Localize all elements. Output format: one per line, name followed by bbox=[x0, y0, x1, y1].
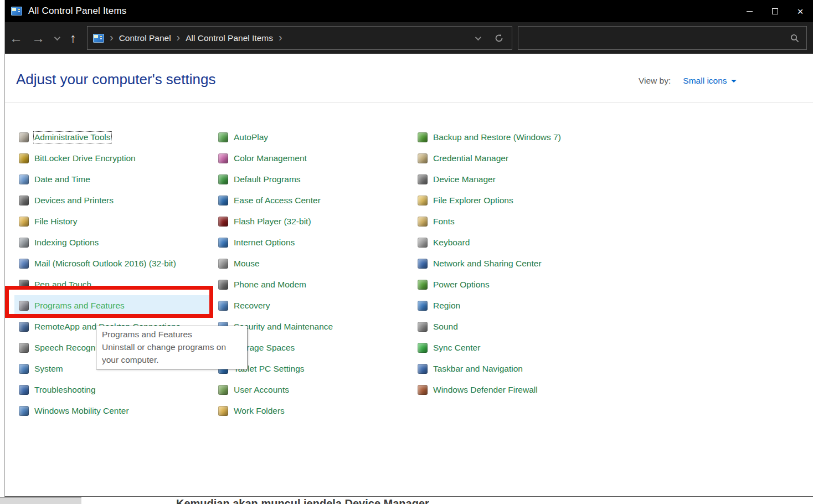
item-devices-and-printers[interactable]: Devices and Printers bbox=[14, 190, 209, 211]
item-keyboard[interactable]: Keyboard bbox=[413, 232, 635, 253]
devices-and-printers-icon bbox=[19, 196, 29, 205]
item-autoplay[interactable]: AutoPlay bbox=[214, 127, 409, 148]
item-label: Sound bbox=[433, 322, 458, 332]
item-mail-microsoft-outlook-2016-32-bit[interactable]: Mail (Microsoft Outlook 2016) (32-bit) bbox=[14, 253, 209, 274]
administrative-tools-icon bbox=[19, 132, 29, 142]
item-label: Administrative Tools bbox=[34, 132, 111, 142]
device-manager-icon bbox=[418, 174, 428, 184]
item-color-management[interactable]: Color Management bbox=[214, 148, 409, 169]
item-indexing-options[interactable]: Indexing Options bbox=[14, 232, 209, 253]
fonts-icon bbox=[418, 217, 428, 227]
item-label: Device Manager bbox=[433, 174, 496, 184]
address-bar[interactable]: › Control Panel › All Control Panel Item… bbox=[87, 26, 512, 50]
minimize-icon bbox=[747, 11, 753, 12]
item-network-and-sharing-center[interactable]: Network and Sharing Center bbox=[413, 253, 635, 274]
item-taskbar-and-navigation[interactable]: Taskbar and Navigation bbox=[413, 358, 635, 379]
item-label: Ease of Access Center bbox=[234, 196, 321, 205]
item-user-accounts[interactable]: User Accounts bbox=[214, 379, 409, 400]
header-divider bbox=[5, 102, 813, 103]
item-device-manager[interactable]: Device Manager bbox=[413, 169, 635, 190]
flash-player-icon bbox=[218, 217, 228, 227]
item-label: Windows Defender Firewall bbox=[433, 385, 538, 395]
close-icon: × bbox=[797, 6, 803, 17]
recent-locations-button[interactable] bbox=[49, 36, 64, 40]
refresh-button[interactable] bbox=[494, 33, 504, 43]
programs-and-features-icon bbox=[19, 301, 29, 311]
minimize-button[interactable] bbox=[737, 0, 762, 22]
item-label: File Explorer Options bbox=[433, 196, 513, 205]
item-windows-defender-firewall[interactable]: Windows Defender Firewall bbox=[413, 379, 635, 400]
item-administrative-tools[interactable]: Administrative Tools bbox=[14, 127, 209, 148]
item-sync-center[interactable]: Sync Center bbox=[413, 337, 635, 358]
address-dropdown-icon[interactable] bbox=[475, 34, 481, 40]
item-backup-and-restore-windows-7[interactable]: Backup and Restore (Windows 7) bbox=[413, 127, 635, 148]
screenshot-stage: All Control Panel Items × ← → ↑ › Contro… bbox=[0, 0, 813, 504]
item-windows-mobility-center[interactable]: Windows Mobility Center bbox=[14, 400, 209, 421]
item-phone-and-modem[interactable]: Phone and Modem bbox=[214, 274, 409, 295]
control-panel-window: All Control Panel Items × ← → ↑ › Contro… bbox=[4, 0, 813, 497]
title-bar: All Control Panel Items × bbox=[5, 0, 813, 22]
items-column-2: AutoPlayColor ManagementDefault Programs… bbox=[214, 127, 409, 421]
item-recovery[interactable]: Recovery bbox=[214, 295, 409, 316]
item-label: User Accounts bbox=[234, 385, 289, 395]
back-button[interactable]: ← bbox=[5, 30, 27, 46]
item-programs-and-features[interactable]: Programs and Features bbox=[14, 295, 209, 316]
tooltip-body-line2: your computer. bbox=[102, 353, 241, 366]
item-date-and-time[interactable]: Date and Time bbox=[14, 169, 209, 190]
view-by-caret-icon[interactable] bbox=[731, 80, 737, 83]
item-label: Troubleshooting bbox=[34, 385, 96, 395]
item-default-programs[interactable]: Default Programs bbox=[214, 169, 409, 190]
item-label: Network and Sharing Center bbox=[433, 259, 542, 269]
item-label: Fonts bbox=[433, 217, 455, 227]
view-by-label: View by: bbox=[639, 76, 671, 86]
item-pen-and-touch[interactable]: Pen and Touch bbox=[14, 274, 209, 295]
up-button[interactable]: ↑ bbox=[64, 30, 83, 46]
item-label: Devices and Printers bbox=[34, 196, 114, 205]
page-title: Adjust your computer's settings bbox=[16, 71, 215, 88]
close-button[interactable]: × bbox=[788, 0, 813, 22]
item-region[interactable]: Region bbox=[413, 295, 635, 316]
view-by-value[interactable]: Small icons bbox=[683, 76, 727, 86]
file-history-icon bbox=[19, 217, 29, 227]
forward-button[interactable]: → bbox=[27, 30, 49, 46]
breadcrumb-separator-icon: › bbox=[110, 31, 114, 44]
item-label: Mail (Microsoft Outlook 2016) (32-bit) bbox=[34, 259, 176, 269]
item-fonts[interactable]: Fonts bbox=[413, 211, 635, 232]
backup-and-restore-icon bbox=[418, 132, 428, 142]
item-flash-player-32-bit[interactable]: Flash Player (32-bit) bbox=[214, 211, 409, 232]
item-sound[interactable]: Sound bbox=[413, 316, 635, 337]
tooltip-title: Programs and Features bbox=[102, 328, 241, 341]
item-label: Flash Player (32-bit) bbox=[234, 217, 311, 227]
item-label: Phone and Modem bbox=[234, 280, 306, 290]
network-and-sharing-icon bbox=[418, 259, 428, 269]
item-ease-of-access-center[interactable]: Ease of Access Center bbox=[214, 190, 409, 211]
keyboard-icon bbox=[418, 238, 428, 248]
item-internet-options[interactable]: Internet Options bbox=[214, 232, 409, 253]
item-label: BitLocker Drive Encryption bbox=[34, 153, 136, 163]
breadcrumb-control-panel[interactable]: Control Panel bbox=[119, 33, 171, 43]
internet-options-icon bbox=[218, 238, 228, 248]
item-label: Security and Maintenance bbox=[234, 322, 333, 332]
item-work-folders[interactable]: Work Folders bbox=[214, 400, 409, 421]
item-mouse[interactable]: Mouse bbox=[214, 253, 409, 274]
below-window-strip: Kemudian akan muncul jendela Device Mana… bbox=[0, 497, 813, 504]
system-icon bbox=[19, 364, 29, 374]
item-credential-manager[interactable]: Credential Manager bbox=[413, 148, 635, 169]
windows-defender-firewall-icon bbox=[418, 385, 428, 395]
item-label: Default Programs bbox=[234, 174, 301, 184]
items-column-3: Backup and Restore (Windows 7)Credential… bbox=[413, 127, 635, 400]
item-power-options[interactable]: Power Options bbox=[413, 274, 635, 295]
maximize-button[interactable] bbox=[762, 0, 788, 22]
search-button[interactable] bbox=[790, 33, 800, 43]
item-file-history[interactable]: File History bbox=[14, 211, 209, 232]
item-bitlocker-drive-encryption[interactable]: BitLocker Drive Encryption bbox=[14, 148, 209, 169]
chevron-down-icon bbox=[54, 34, 60, 40]
search-icon bbox=[790, 33, 800, 43]
search-input[interactable] bbox=[518, 27, 790, 49]
item-file-explorer-options[interactable]: File Explorer Options bbox=[413, 190, 635, 211]
item-troubleshooting[interactable]: Troubleshooting bbox=[14, 379, 209, 400]
work-folders-icon bbox=[218, 406, 228, 416]
breadcrumb-all-control-panel-items[interactable]: All Control Panel Items bbox=[186, 33, 273, 43]
item-label: Pen and Touch bbox=[34, 280, 91, 290]
search-box[interactable] bbox=[518, 26, 807, 50]
